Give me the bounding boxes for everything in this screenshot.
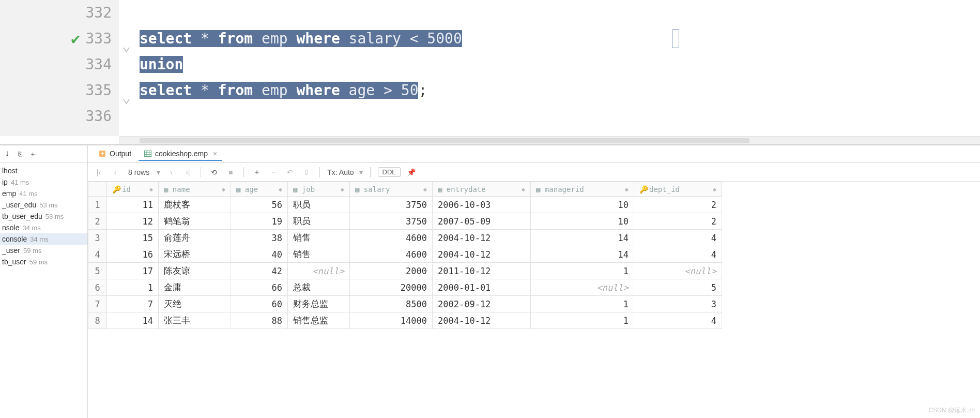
add-icon[interactable]: ＋ — [29, 150, 36, 159]
sort-icon[interactable]: ◆ — [423, 186, 427, 193]
cell-managerid[interactable]: 10 — [531, 197, 634, 213]
service-item[interactable]: ip41 ms — [0, 176, 87, 188]
cell-entrydate[interactable]: 2004-10-12 — [433, 246, 531, 263]
code-line[interactable]: ⌄select * from emp where age > 50; — [119, 78, 980, 103]
cell-id[interactable]: 7 — [107, 296, 159, 312]
cell-age[interactable]: 19 — [231, 213, 288, 230]
cell-id[interactable]: 16 — [107, 246, 159, 263]
cell-id[interactable]: 1 — [107, 279, 159, 296]
cell-salary[interactable]: 8500 — [350, 296, 433, 312]
rows-dropdown-icon[interactable]: ▾ — [157, 168, 160, 176]
cell-name[interactable]: 灭绝 — [159, 296, 231, 312]
tx-dropdown-icon[interactable]: ▾ — [359, 168, 363, 176]
data-grid-wrap[interactable]: 🔑 id◆▦ name◆▦ age◆▦ job◆▦ salary◆▦ entry… — [88, 182, 980, 418]
sort-icon[interactable]: ◆ — [341, 186, 344, 193]
cell-managerid[interactable]: 14 — [531, 246, 634, 263]
sort-icon[interactable]: ◆ — [222, 186, 225, 193]
cell-job[interactable]: 总裁 — [288, 279, 350, 296]
column-header-job[interactable]: ▦ job◆ — [288, 182, 350, 197]
cell-id[interactable]: 11 — [107, 197, 159, 213]
cell-dept_id[interactable]: 4 — [634, 230, 722, 246]
commit-icon[interactable]: ⇧ — [301, 167, 312, 178]
tx-mode-label[interactable]: Tx: Auto — [327, 168, 354, 176]
cell-managerid[interactable]: 10 — [531, 213, 634, 230]
cell-name[interactable]: 俞莲舟 — [159, 230, 231, 246]
cell-job[interactable]: 销售 — [288, 246, 350, 263]
service-item[interactable]: emp41 ms — [0, 188, 87, 199]
code-line[interactable]: ⌄select * from emp where salary < 5000 — [119, 26, 980, 52]
cell-job[interactable]: 销售 — [288, 230, 350, 246]
first-page-icon[interactable]: |‹ — [93, 167, 104, 178]
cell-age[interactable]: 42 — [231, 263, 288, 279]
last-page-icon[interactable]: ›| — [182, 167, 193, 178]
cell-managerid[interactable]: 1 — [531, 296, 634, 312]
cell-name[interactable]: 金庸 — [159, 279, 231, 296]
code-line[interactable] — [119, 0, 980, 26]
cell-id[interactable]: 17 — [107, 263, 159, 279]
cell-entrydate[interactable]: 2002-09-12 — [433, 296, 531, 312]
next-page-icon[interactable]: › — [165, 167, 177, 178]
column-header-age[interactable]: ▦ age◆ — [231, 182, 288, 197]
cell-job[interactable]: 职员 — [288, 197, 350, 213]
cell-salary[interactable]: 4600 — [350, 230, 433, 246]
pin-icon[interactable]: 📌 — [406, 167, 417, 178]
cell-entrydate[interactable]: 2007-05-09 — [433, 213, 531, 230]
cell-age[interactable]: 56 — [231, 197, 288, 213]
cell-salary[interactable]: 20000 — [350, 279, 433, 296]
code-line[interactable]: union — [119, 52, 980, 78]
cell-id[interactable]: 12 — [107, 213, 159, 230]
fold-icon[interactable]: ⌄ — [122, 33, 133, 44]
table-row[interactable]: 814张三丰88销售总监140002004-10-1214 — [88, 312, 722, 329]
cell-dept_id[interactable]: 5 — [634, 279, 722, 296]
column-header-id[interactable]: 🔑 id◆ — [107, 182, 159, 197]
cell-dept_id[interactable]: 2 — [634, 197, 722, 213]
cell-entrydate[interactable]: 2004-10-12 — [433, 312, 531, 329]
cell-salary[interactable]: 3750 — [350, 197, 433, 213]
cell-id[interactable]: 15 — [107, 230, 159, 246]
cell-age[interactable]: 38 — [231, 230, 288, 246]
table-row[interactable]: 111鹿杖客56职员37502006-10-03102 — [88, 197, 722, 213]
cell-name[interactable]: 宋远桥 — [159, 246, 231, 263]
column-header-dept_id[interactable]: 🔑 dept_id◆ — [634, 182, 722, 197]
sort-icon[interactable]: ◆ — [279, 186, 282, 193]
service-item[interactable]: _user59 ms — [0, 245, 87, 256]
cell-entrydate[interactable]: 2000-01-01 — [433, 279, 531, 296]
sort-icon[interactable]: ◆ — [625, 186, 629, 193]
layout-icon[interactable]: ⎘ — [18, 150, 22, 158]
revert-icon[interactable]: ↶ — [284, 167, 296, 178]
table-row[interactable]: 416宋远桥40销售46002004-10-12144 — [88, 246, 722, 263]
cell-age[interactable]: 88 — [231, 312, 288, 329]
cell-job[interactable]: 财务总监 — [288, 296, 350, 312]
cell-job[interactable]: 销售总监 — [288, 312, 350, 329]
code-line[interactable] — [119, 103, 980, 129]
column-header-managerid[interactable]: ▦ managerid◆ — [531, 182, 634, 197]
table-row[interactable]: 315俞莲舟38销售46002004-10-12144 — [88, 230, 722, 246]
cell-name[interactable]: 张三丰 — [159, 312, 231, 329]
cell-salary[interactable]: 3750 — [350, 213, 433, 230]
service-item[interactable]: _user_edu53 ms — [0, 199, 87, 211]
cell-entrydate[interactable]: 2006-10-03 — [433, 197, 531, 213]
cell-dept_id[interactable]: <null> — [634, 263, 722, 279]
refresh-icon[interactable]: ⟲ — [208, 167, 220, 178]
stop-icon[interactable]: ■ — [225, 167, 236, 178]
cell-managerid[interactable]: <null> — [531, 279, 634, 296]
column-header-entrydate[interactable]: ▦ entrydate◆ — [433, 182, 531, 197]
service-item[interactable]: nsole34 ms — [0, 222, 87, 233]
close-icon[interactable]: × — [213, 150, 217, 158]
sort-icon[interactable]: ◆ — [522, 186, 525, 193]
service-item[interactable]: tb_user59 ms — [0, 256, 87, 267]
scrollbar-thumb[interactable] — [140, 138, 749, 143]
cell-name[interactable]: 鹤笔翁 — [159, 213, 231, 230]
table-row[interactable]: 61金庸66总裁200002000-01-01<null>5 — [88, 279, 722, 296]
code-lines[interactable]: ⌄select * from emp where salary < 5000un… — [119, 0, 980, 136]
column-header-name[interactable]: ▦ name◆ — [159, 182, 231, 197]
service-item[interactable]: console34 ms — [0, 233, 87, 245]
cell-salary[interactable]: 2000 — [350, 263, 433, 279]
download-icon[interactable]: ⭳ — [4, 150, 11, 158]
cell-entrydate[interactable]: 2004-10-12 — [433, 230, 531, 246]
cell-managerid[interactable]: 14 — [531, 230, 634, 246]
cell-job[interactable]: 职员 — [288, 213, 350, 230]
cell-id[interactable]: 14 — [107, 312, 159, 329]
cell-name[interactable]: 陈友谅 — [159, 263, 231, 279]
table-row[interactable]: 212鹤笔翁19职员37502007-05-09102 — [88, 213, 722, 230]
